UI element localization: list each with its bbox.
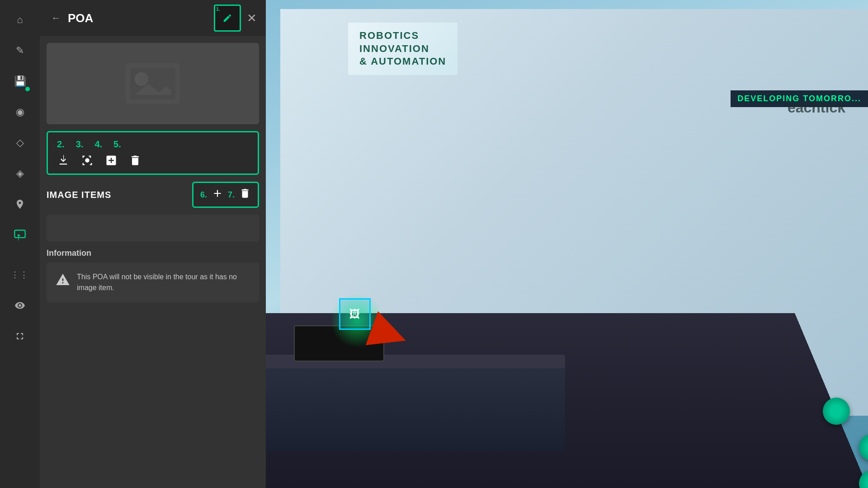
image-items-controls: 6. 7. bbox=[192, 182, 259, 208]
sign-line-2: INNOVATION bbox=[359, 42, 446, 56]
toolbar-row: 2. 3. 4. 5. bbox=[47, 131, 259, 175]
building-sign: ROBOTICS INNOVATION & AUTOMATION bbox=[348, 23, 458, 75]
save-icon: 💾 bbox=[14, 75, 26, 87]
delete-image-item-button[interactable] bbox=[239, 188, 251, 202]
svg-text:T: T bbox=[17, 237, 19, 241]
sidebar-icon-edit[interactable]: ✎ bbox=[6, 37, 33, 64]
panel: ← POA 1. ✕ 2. 3. 4. bbox=[40, 0, 266, 488]
panel-edit-button[interactable]: 1. bbox=[214, 5, 241, 32]
sidebar-icon-fill[interactable]: ◈ bbox=[6, 160, 33, 187]
empty-image-item-slot bbox=[47, 215, 259, 242]
add-icon bbox=[212, 188, 223, 199]
panel-title: POA bbox=[66, 11, 214, 25]
sidebar-icon-globe[interactable]: ◉ bbox=[6, 99, 33, 126]
poa-marker-image-icon: 🖼 bbox=[349, 308, 360, 320]
image-preview bbox=[47, 43, 259, 124]
back-icon: ← bbox=[51, 12, 61, 23]
trash-icon bbox=[239, 188, 251, 199]
close-icon: ✕ bbox=[247, 11, 257, 25]
image-items-section: IMAGE ITEMS 6. 7. bbox=[40, 182, 266, 212]
information-section: Information This POA will not be visible… bbox=[40, 249, 266, 309]
add-copy-icon bbox=[105, 154, 118, 167]
delete-button[interactable] bbox=[129, 154, 142, 167]
left-sidebar: ⌂ ✎ 💾 ◉ ◇ ◈ T ⋮⋮ bbox=[0, 0, 40, 488]
svg-rect-0 bbox=[14, 230, 25, 238]
download-icon bbox=[57, 154, 70, 167]
eye-icon bbox=[14, 300, 25, 311]
add-number: 6. bbox=[200, 190, 207, 200]
sidebar-icon-location[interactable] bbox=[6, 191, 33, 218]
image-placeholder-svg bbox=[126, 63, 180, 104]
toolbar-num-4: 4. bbox=[94, 139, 102, 150]
location-icon bbox=[14, 199, 25, 210]
company-logo-text: eachtick bbox=[788, 99, 845, 116]
toolbar-numbers: 2. 3. 4. 5. bbox=[57, 139, 249, 150]
close-button[interactable]: ✕ bbox=[245, 9, 259, 28]
edit-button-wrapper: 1. bbox=[214, 5, 245, 32]
sidebar-icon-media[interactable]: T bbox=[6, 221, 33, 249]
globe-icon: ◉ bbox=[16, 106, 24, 118]
warning-icon bbox=[56, 272, 70, 290]
pencil-icon bbox=[222, 13, 232, 23]
media-icon: T bbox=[14, 229, 26, 241]
download-button[interactable] bbox=[57, 154, 70, 167]
image-items-label: IMAGE ITEMS bbox=[47, 190, 111, 200]
delete-icon bbox=[129, 154, 142, 167]
add-copy-button[interactable] bbox=[105, 154, 118, 167]
information-text: This POA will not be visible in the tour… bbox=[77, 272, 250, 293]
poa-scene-marker: 🖼 bbox=[339, 298, 371, 330]
sidebar-icon-visibility[interactable] bbox=[6, 292, 33, 319]
sidebar-icon-separator-dots[interactable]: ⋮⋮ bbox=[6, 261, 33, 288]
information-title: Information bbox=[47, 249, 259, 258]
chair-1 bbox=[823, 398, 850, 425]
fill-icon: ◈ bbox=[16, 168, 24, 179]
toolbar-icons bbox=[57, 154, 249, 167]
information-box: This POA will not be visible in the tour… bbox=[47, 263, 259, 302]
toolbar-num-2: 2. bbox=[57, 139, 65, 150]
scan-icon bbox=[81, 154, 94, 167]
sidebar-icon-shape[interactable]: ◇ bbox=[6, 129, 33, 156]
sidebar-icon-home[interactable]: ⌂ bbox=[6, 6, 33, 33]
sidebar-icon-fullscreen[interactable] bbox=[6, 323, 33, 350]
toolbar-num-5: 5. bbox=[113, 139, 121, 150]
save-dot bbox=[25, 87, 30, 91]
sidebar-icon-save[interactable]: 💾 bbox=[6, 68, 33, 95]
dots-icon: ⋮⋮ bbox=[11, 270, 29, 280]
svg-point-5 bbox=[137, 74, 148, 84]
sign-line-1: ROBOTICS bbox=[359, 29, 446, 42]
scan-button[interactable] bbox=[81, 154, 94, 167]
toolbar-num-3: 3. bbox=[76, 139, 84, 150]
del-number: 7. bbox=[228, 190, 235, 200]
scene-main-table bbox=[249, 361, 565, 452]
add-image-item-button[interactable] bbox=[212, 188, 223, 202]
back-button[interactable]: ← bbox=[47, 10, 66, 26]
shape-icon: ◇ bbox=[16, 137, 24, 149]
chair-2 bbox=[859, 434, 868, 461]
home-icon: ⌂ bbox=[17, 14, 23, 26]
panel-header: ← POA 1. ✕ bbox=[40, 0, 266, 36]
sign-line-3: & AUTOMATION bbox=[359, 55, 446, 68]
edit-button-number: 1. bbox=[216, 6, 220, 12]
edit-icon: ✎ bbox=[16, 45, 24, 56]
fullscreen-icon bbox=[14, 331, 25, 342]
